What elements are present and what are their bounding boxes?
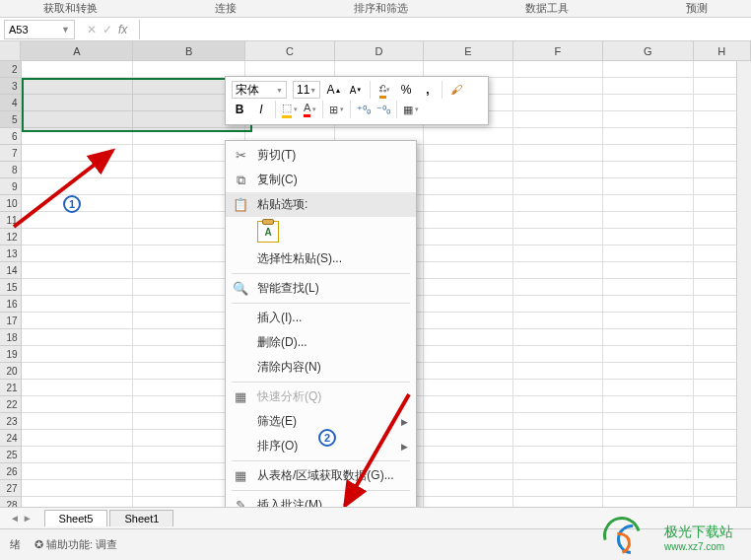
row-header[interactable]: 21 (0, 380, 22, 396)
cell[interactable] (424, 480, 513, 497)
chevron-down-icon[interactable]: ▼ (61, 25, 70, 35)
row-header[interactable]: 25 (0, 447, 22, 463)
cell[interactable] (424, 195, 513, 212)
decrease-font-icon[interactable]: A▼ (348, 82, 364, 98)
cell[interactable] (603, 296, 693, 313)
row-header[interactable]: 16 (0, 296, 22, 313)
menu-from-table[interactable]: ▦ 从表格/区域获取数据(G)... (226, 463, 416, 488)
cell[interactable] (603, 447, 693, 463)
row-header[interactable]: 15 (0, 279, 22, 296)
fx-icon[interactable]: fx (118, 23, 127, 36)
cell[interactable] (603, 363, 693, 380)
cell[interactable] (603, 396, 693, 413)
row-header[interactable]: 19 (0, 346, 22, 363)
cell[interactable] (424, 296, 513, 313)
formula-input[interactable] (139, 20, 747, 39)
font-size-select[interactable]: 11▼ (293, 81, 320, 99)
cell[interactable] (424, 229, 513, 245)
col-header-E[interactable]: E (424, 41, 513, 60)
cell[interactable] (603, 212, 693, 229)
cell[interactable] (603, 61, 693, 78)
cell[interactable] (22, 162, 134, 178)
menu-insert[interactable]: 插入(I)... (226, 306, 416, 330)
cell[interactable] (513, 262, 603, 279)
cell[interactable] (22, 430, 134, 447)
row-header[interactable]: 13 (0, 245, 22, 262)
cell[interactable] (513, 162, 603, 178)
cell[interactable] (424, 363, 513, 380)
cell[interactable] (513, 329, 603, 346)
cell[interactable] (513, 313, 603, 329)
cell[interactable] (603, 111, 693, 128)
merge-center-button[interactable]: ▦▾ (403, 104, 419, 116)
row-header[interactable]: 7 (0, 145, 22, 162)
cell[interactable] (603, 78, 693, 95)
cell[interactable] (603, 463, 693, 480)
col-header-H[interactable]: H (694, 41, 751, 60)
font-color-button[interactable]: A▾ (304, 102, 316, 117)
cell[interactable] (603, 413, 693, 430)
menu-filter[interactable]: 筛选(E) ▶ (226, 409, 416, 434)
sheet-tab-active[interactable]: Sheet5 (44, 510, 108, 526)
row-header[interactable]: 4 (0, 95, 22, 111)
row-header[interactable]: 23 (0, 413, 22, 430)
col-header-B[interactable]: B (133, 41, 245, 60)
sheet-nav-arrows[interactable]: ◄ ► (10, 513, 42, 524)
sheet-tab-other[interactable]: Sheet1 (109, 510, 173, 526)
cell[interactable] (22, 363, 134, 380)
cell[interactable] (603, 279, 693, 296)
cell[interactable] (424, 145, 513, 162)
cell[interactable] (22, 212, 134, 229)
row-header[interactable]: 22 (0, 396, 22, 413)
cell[interactable] (603, 95, 693, 111)
cancel-icon[interactable]: ✕ (87, 23, 97, 36)
col-header-F[interactable]: F (513, 41, 603, 60)
comma-icon[interactable]: , (420, 82, 436, 98)
row-header[interactable]: 10 (0, 195, 22, 212)
cell[interactable] (603, 346, 693, 363)
cell[interactable] (22, 111, 134, 128)
cell[interactable] (424, 178, 513, 195)
cell[interactable] (513, 430, 603, 447)
row-header[interactable]: 26 (0, 463, 22, 480)
cell[interactable] (424, 313, 513, 329)
cell[interactable] (513, 78, 603, 95)
cell[interactable] (513, 245, 603, 262)
cell[interactable] (22, 279, 134, 296)
font-name-select[interactable]: 宋体▼ (232, 81, 287, 99)
cell[interactable] (513, 195, 603, 212)
cell[interactable] (424, 329, 513, 346)
increase-decimal-icon[interactable]: ⁺⁰₀ (357, 104, 371, 116)
row-header[interactable]: 12 (0, 229, 22, 245)
cell[interactable] (513, 178, 603, 195)
menu-cut[interactable]: ✂ 剪切(T) (226, 143, 416, 168)
cell[interactable] (603, 162, 693, 178)
cell[interactable] (603, 380, 693, 396)
row-header[interactable]: 24 (0, 430, 22, 447)
cell[interactable] (424, 262, 513, 279)
enter-icon[interactable]: ✓ (102, 23, 112, 36)
menu-smart-lookup[interactable]: 🔍 智能查找(L) (226, 276, 416, 301)
accessibility-status[interactable]: ✪ 辅助功能: 调查 (34, 537, 117, 552)
cell[interactable] (603, 145, 693, 162)
cell[interactable] (424, 463, 513, 480)
cell[interactable] (513, 380, 603, 396)
cell[interactable] (22, 480, 134, 497)
col-header-D[interactable]: D (335, 41, 425, 60)
cell[interactable] (424, 430, 513, 447)
italic-button[interactable]: I (253, 102, 269, 117)
row-header[interactable]: 3 (0, 78, 22, 95)
cell[interactable] (22, 413, 134, 430)
cell[interactable] (22, 195, 134, 212)
row-header[interactable]: 6 (0, 128, 22, 145)
borders-button[interactable]: ⊞▾ (329, 104, 344, 116)
cell[interactable] (22, 313, 134, 329)
cell[interactable] (22, 95, 134, 111)
row-header[interactable]: 20 (0, 363, 22, 380)
cell[interactable] (513, 145, 603, 162)
bold-button[interactable]: B (232, 102, 247, 117)
cell[interactable] (513, 296, 603, 313)
cell[interactable] (513, 61, 603, 78)
cell[interactable] (603, 262, 693, 279)
cell[interactable] (22, 346, 134, 363)
